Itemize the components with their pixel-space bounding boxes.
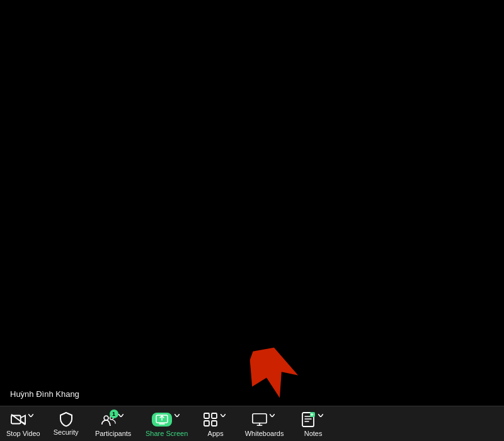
svg-rect-12 [253,413,266,423]
notes-label: Notes [304,430,323,437]
security-button[interactable]: Security [44,410,88,438]
notes-button[interactable]: Notes [293,408,334,440]
video-off-icon [11,412,26,427]
notes-icon [301,412,316,427]
participants-button[interactable]: 1 Participants [88,408,139,440]
apps-button[interactable]: Apps [195,408,236,440]
shield-icon [59,412,74,427]
stop-video-button[interactable]: Stop Video [3,408,44,440]
stop-video-chevron[interactable] [26,411,36,421]
apps-icon [203,412,218,427]
security-label: Security [54,428,79,436]
stop-video-label: Stop Video [6,430,40,437]
svg-rect-8 [204,413,209,418]
apps-chevron[interactable] [218,411,228,421]
main-video-area: Huỳnh Đình Khang [0,0,504,406]
participants-badge: 1 [110,410,118,418]
participants-label: Participants [95,430,131,437]
whiteboard-icon [252,412,267,427]
share-screen-icon [152,413,172,427]
share-screen-label: Share Screen [146,430,188,437]
apps-label: Apps [208,430,224,437]
meeting-toolbar: Stop Video Security 1 [0,406,504,441]
whiteboards-chevron[interactable] [267,411,277,421]
svg-point-3 [104,416,108,420]
svg-rect-9 [212,413,217,418]
notes-chevron[interactable] [316,411,326,421]
svg-rect-10 [204,421,209,426]
share-screen-chevron[interactable] [172,411,182,421]
participant-name-tag: Huỳnh Đình Khang [5,387,84,401]
share-screen-button[interactable]: Share Screen [139,408,195,440]
whiteboards-label: Whiteboards [245,430,284,437]
whiteboards-button[interactable]: Whiteboards [236,408,293,440]
svg-rect-11 [212,421,217,426]
